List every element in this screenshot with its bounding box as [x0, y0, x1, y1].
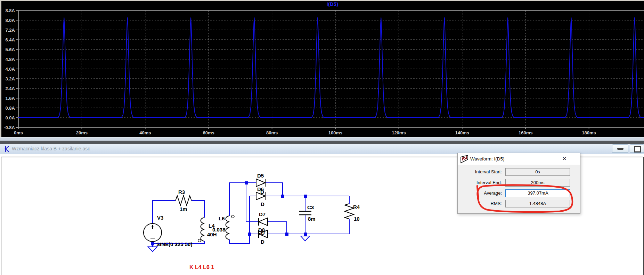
average-field[interactable]: 397.07mA: [505, 189, 570, 197]
dialog-title: Waveform: I(D5): [470, 156, 505, 162]
inductor-l4[interactable]: [201, 218, 205, 241]
y-tick-label: 3.2A: [6, 76, 15, 81]
label-d5[interactable]: D5: [257, 173, 264, 179]
x-tick-label: 120ms: [392, 130, 406, 135]
rms-field[interactable]: 1.4848A: [505, 200, 570, 207]
x-tick-label: 40ms: [139, 130, 151, 135]
x-tick-label: 0ms: [14, 130, 23, 135]
label-r3[interactable]: R3: [178, 189, 185, 195]
label-r4[interactable]: R4: [353, 204, 360, 210]
current-trace: [18, 18, 644, 118]
y-tick-label: 8.0A: [6, 18, 15, 23]
interval-start-label: Interval Start:: [475, 169, 502, 174]
spice-directive[interactable]: K L4 L6 1: [189, 264, 214, 270]
dialog-titlebar[interactable]: Waveform: I(D5) ✕: [458, 153, 580, 165]
model-d7[interactable]: D: [261, 230, 265, 236]
ground-icon[interactable]: [148, 247, 157, 252]
value-c3[interactable]: 8m: [308, 216, 316, 222]
diode-d7[interactable]: [259, 218, 268, 226]
x-tick-label: 80ms: [266, 130, 278, 135]
value-l6[interactable]: 0.038: [212, 227, 226, 233]
y-tick-label: 6.4A: [6, 37, 15, 42]
minimize-button[interactable]: [612, 144, 628, 153]
rms-label: RMS:: [491, 201, 502, 206]
plot-title[interactable]: I(D5): [1, 1, 644, 7]
phase-dot-l4: [198, 239, 201, 242]
y-tick-label: 0.0A: [6, 115, 15, 120]
waveform-stats-dialog: Waveform: I(D5) ✕ Interval Start: 0s Int…: [457, 153, 580, 214]
interval-end-label: Interval End:: [476, 180, 502, 185]
average-label: Average:: [484, 190, 502, 196]
capacitor-c3[interactable]: [299, 211, 311, 215]
y-tick-label: 4.8A: [6, 57, 15, 62]
schematic-window-title: Wzmacniacz klasa B + zasilanie.asc: [12, 146, 90, 151]
y-tick-label: 0.8A: [6, 105, 15, 111]
close-icon[interactable]: ✕: [561, 156, 568, 163]
model-d8[interactable]: D: [261, 239, 264, 245]
voltage-source-v3[interactable]: [144, 223, 162, 242]
value-r3[interactable]: 1m: [180, 206, 187, 212]
value-v3[interactable]: SINE(0 325 50): [156, 241, 192, 247]
label-v3[interactable]: V3: [157, 215, 163, 221]
interval-start-field[interactable]: 0s: [505, 168, 570, 176]
y-tick-label: 2.4A: [6, 86, 15, 91]
ground-icon[interactable]: [301, 236, 310, 241]
waveform-pane: 8.8A8.0A7.2A6.4A5.6A4.8A4.0A3.2A2.4A1.6A…: [0, 0, 644, 138]
x-tick-label: 160ms: [519, 130, 532, 135]
x-tick-label: 180ms: [582, 130, 596, 135]
x-tick-label: 20ms: [76, 130, 88, 135]
schematic-file-icon: [3, 145, 10, 153]
window-splitter[interactable]: [0, 141, 644, 144]
y-tick-label: 5.6A: [6, 47, 15, 52]
y-tick-label: 7.2A: [6, 28, 15, 33]
inductor-l6[interactable]: [226, 216, 230, 239]
ltspice-logo-icon: [460, 155, 469, 164]
y-tick-label: 8.8A: [6, 8, 15, 13]
y-tick-label: 1.6A: [6, 96, 15, 101]
waveform-plot[interactable]: 8.8A8.0A7.2A6.4A5.6A4.8A4.0A3.2A2.4A1.6A…: [1, 1, 644, 137]
minimize-icon: [617, 148, 623, 150]
label-l6[interactable]: L6: [219, 215, 225, 221]
label-d7[interactable]: D7: [259, 211, 266, 217]
label-c3[interactable]: C3: [307, 204, 314, 210]
restore-icon: [634, 146, 641, 152]
x-tick-label: 140ms: [455, 130, 469, 135]
interval-end-field[interactable]: 200ms: [505, 179, 570, 187]
phase-dot-l6: [231, 215, 234, 218]
x-tick-label: 60ms: [203, 130, 214, 135]
value-r4[interactable]: 10: [354, 216, 360, 222]
diode-d5[interactable]: [256, 179, 265, 187]
resistor-r4[interactable]: [345, 204, 354, 219]
waveform-plot-area[interactable]: 8.8A8.0A7.2A6.4A5.6A4.8A4.0A3.2A2.4A1.6A…: [1, 1, 644, 137]
resistor-r3[interactable]: [176, 196, 191, 205]
y-tick-label: -0.8A: [4, 125, 15, 130]
model-d5[interactable]: D: [260, 189, 264, 195]
x-tick-label: 100ms: [328, 130, 342, 135]
y-tick-label: 4.0A: [6, 66, 15, 72]
model-d6[interactable]: D: [261, 201, 264, 207]
restore-button[interactable]: [630, 144, 644, 153]
